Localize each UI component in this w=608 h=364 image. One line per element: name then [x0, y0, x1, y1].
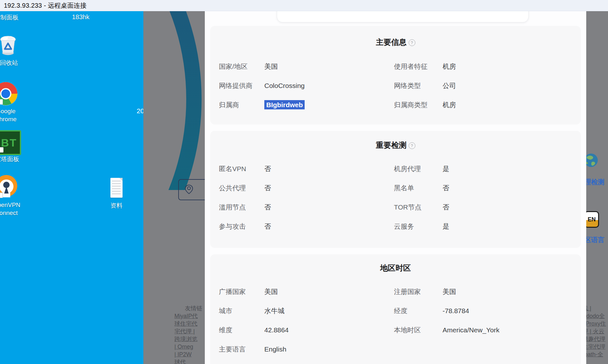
shortcut-arrow-box — [0, 193, 3, 198]
card-title: 主要信息? — [210, 26, 581, 47]
field-label: 滥用节点 — [219, 203, 264, 212]
card-title-text: 重要检测 — [376, 141, 407, 149]
field-label: 黑名单 — [394, 184, 443, 193]
location-pin-icon — [185, 184, 193, 194]
link-item[interactable]: rpath-全 — [582, 351, 608, 358]
link-item[interactable]: 宅代理 | — [174, 328, 205, 335]
proxy-detect-link[interactable]: 理检测 — [584, 178, 608, 186]
remote-desktop: 控制面板 183hk 回收站 Google Chrome BT 宝塔面板 — [0, 11, 143, 364]
field-value: 美国 — [443, 287, 581, 296]
info-row: 维度 42.8864 本地时区 America/New_York — [210, 320, 581, 340]
link-item[interactable]: 线 | — [582, 305, 608, 312]
recycle-bin-icon[interactable] — [0, 35, 17, 56]
field-value: 美国 — [264, 287, 394, 296]
card-region-timezone: 地区时区 广播国家 美国 注册国家 美国 城市 水牛城 经度 -78.8784 … — [210, 254, 581, 364]
link-item[interactable]: MiyaIP代 — [174, 312, 205, 320]
link-item[interactable]: 住宅代理 — [582, 343, 608, 351]
field-label: 使用者特征 — [394, 62, 443, 71]
field-label: 归属商类型 — [394, 100, 443, 109]
card-title: 地区时区 — [210, 254, 581, 273]
region-language-link[interactable]: 区语言 — [584, 235, 608, 244]
link-item[interactable]: 理 | 火云 — [582, 328, 608, 335]
card-title: 重要检测? — [210, 131, 581, 150]
card-detection: 重要检测? 匿名VPN 否 机房代理 是 公共代理 否 黑名单 否 滥用节点 否 — [210, 131, 581, 248]
info-row: 公共代理 否 黑名单 否 — [210, 178, 581, 198]
recycle-bin-label: 回收站 — [0, 59, 21, 67]
rdp-title-bar[interactable]: 192.3.93.233 - 远程桌面连接 — [0, 0, 608, 11]
language-switch-button[interactable]: EN — [584, 211, 599, 228]
selected-text: BIgbirdweb — [264, 100, 305, 109]
field-label: 公共代理 — [219, 184, 264, 193]
field-value: 否 — [264, 164, 394, 173]
link-item[interactable]: Pdodo全 — [582, 312, 608, 320]
link-item: 友情链 — [174, 305, 205, 312]
link-item[interactable]: | — [582, 358, 608, 364]
card-title-text: 主要信息 — [376, 38, 407, 46]
field-label: 主要语言 — [219, 345, 264, 354]
field-value: 否 — [443, 184, 581, 193]
link-item[interactable]: 球住宅代 — [174, 320, 205, 328]
window-title: 192.3.93.233 - 远程桌面连接 — [0, 1, 87, 10]
document-icon[interactable] — [110, 178, 123, 198]
field-value: America/New_York — [443, 326, 581, 334]
partner-links-left: 友情链 MiyaIP代 球住宅代 宅代理 | 跨境浏览 | Omeg | IP2… — [174, 305, 205, 364]
rdp-screen: 控制面板 183hk 回收站 Google Chrome BT 宝塔面板 — [0, 0, 608, 364]
info-row: 国家/地区 美国 使用者特征 机房 — [210, 57, 581, 76]
openvpn-label-line2: Connect — [0, 210, 20, 217]
field-value: 否 — [264, 184, 394, 193]
partner-links-right: 线 | Pdodo全 aProxy住 理 | 火云 携趣代理 住宅代理 rpat… — [582, 305, 608, 364]
field-label: 归属商 — [219, 100, 264, 109]
field-label: 本地时区 — [394, 326, 443, 335]
clipped-number-text: 20 — [137, 107, 143, 115]
field-value: 否 — [264, 203, 394, 212]
link-item[interactable]: aProxy住 — [582, 320, 608, 328]
field-value: 水牛城 — [264, 306, 394, 315]
field-value: 机房 — [443, 62, 581, 71]
field-label: 网络类型 — [394, 81, 443, 90]
desktop-icon-control-panel[interactable]: 控制面板 — [0, 13, 19, 22]
desktop-text-183hk: 183hk — [72, 13, 90, 21]
card-main-info: 主要信息? 国家/地区 美国 使用者特征 机房 网络提供商 ColoCrossi… — [210, 26, 581, 124]
field-value: 否 — [443, 203, 581, 212]
field-value: -78.8784 — [443, 307, 581, 315]
card-title-text: 地区时区 — [380, 264, 411, 272]
field-value: 是 — [443, 222, 581, 231]
field-label: 云服务 — [394, 222, 443, 231]
link-item[interactable]: 携趣代理 — [582, 335, 608, 343]
field-value: ColoCrossing — [264, 82, 394, 90]
field-value: 42.8864 — [264, 326, 394, 334]
field-label: 参与攻击 — [219, 222, 264, 231]
chrome-label-line2: Chrome — [0, 116, 18, 123]
field-value: 是 — [443, 164, 581, 173]
openvpn-label-line1: OpenVPN — [0, 202, 20, 209]
link-item[interactable]: | Omeg — [174, 343, 205, 351]
info-row: 归属商 BIgbirdweb 归属商类型 机房 — [210, 95, 581, 115]
field-label: 国家/地区 — [219, 62, 264, 71]
field-value: 否 — [264, 222, 394, 231]
field-label: 网络提供商 — [219, 81, 264, 90]
bt-icon-text: BT — [1, 137, 17, 149]
browser-page: 友情链 MiyaIP代 球住宅代 宅代理 | 跨境浏览 | Omeg | IP2… — [143, 11, 608, 364]
field-label: 匿名VPN — [219, 164, 264, 173]
field-label: 注册国家 — [394, 287, 443, 296]
chrome-label-line1: Google — [0, 108, 16, 115]
link-item[interactable]: | IP2W — [174, 351, 205, 358]
field-label: 城市 — [219, 306, 264, 315]
field-label: TOR节点 — [394, 203, 443, 212]
info-row: 参与攻击 否 云服务 是 — [210, 217, 581, 236]
info-row: 主要语言 English — [210, 340, 581, 359]
field-value: BIgbirdweb — [264, 101, 394, 109]
field-label: 广播国家 — [219, 287, 264, 296]
shortcut-arrow-box — [0, 99, 3, 105]
score-ring-arc — [143, 11, 205, 190]
help-icon[interactable]: ? — [409, 39, 415, 46]
link-item[interactable]: 球代 — [174, 358, 205, 364]
help-icon[interactable]: ? — [409, 142, 415, 149]
info-row: 匿名VPN 否 机房代理 是 — [210, 159, 581, 178]
field-value: English — [264, 345, 394, 353]
field-label: 机房代理 — [394, 164, 443, 173]
info-row: 城市 水牛城 经度 -78.8784 — [210, 301, 581, 320]
info-row: 网络提供商 ColoCrossing 网络类型 公司 — [210, 76, 581, 95]
link-item[interactable]: 跨境浏览 — [174, 335, 205, 343]
field-label: 经度 — [394, 306, 443, 315]
